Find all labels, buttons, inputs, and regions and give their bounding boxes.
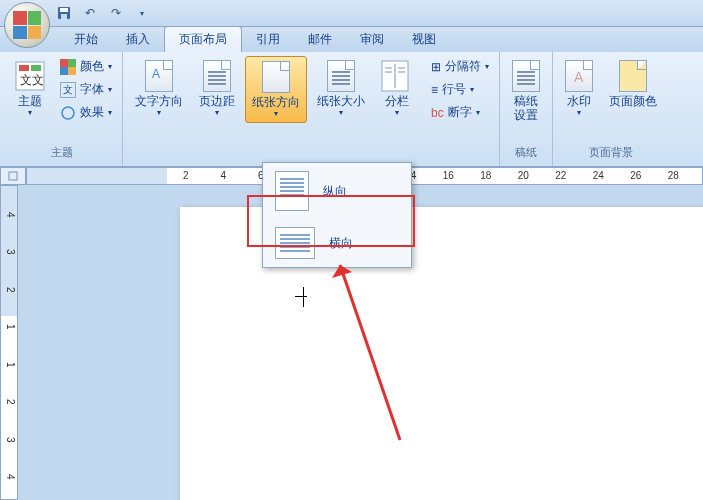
- hyphenation-button[interactable]: bc断字▾: [427, 102, 493, 123]
- ribbon: 文文 主题 ▾ 颜色▾ 文字体▾ 效果▾ 主题 A 文字方向▾ 页边距▾: [0, 52, 703, 167]
- tab-mail[interactable]: 邮件: [294, 27, 346, 52]
- orientation-icon: [262, 61, 290, 93]
- group-themes-label: 主题: [8, 143, 116, 162]
- document-page[interactable]: [180, 207, 703, 500]
- svg-rect-19: [9, 172, 17, 180]
- orientation-landscape-item[interactable]: 横向: [263, 219, 411, 267]
- theme-effects-button[interactable]: 效果▾: [56, 102, 116, 123]
- text-direction-icon: A: [145, 60, 173, 92]
- group-page-setup-label: [129, 146, 493, 162]
- line-numbers-button[interactable]: ≡行号▾: [427, 79, 493, 100]
- group-page-setup: A 文字方向▾ 页边距▾ 纸张方向▾ 纸张大小▾ 分栏▾ ⊞分隔符▾ ≡行号: [123, 52, 500, 166]
- ruler-vertical[interactable]: 43211234567: [0, 185, 18, 500]
- hyphenation-icon: bc: [431, 106, 444, 120]
- paper-icon: [512, 60, 540, 92]
- svg-rect-5: [31, 65, 41, 71]
- ruler-corner[interactable]: [0, 167, 26, 185]
- group-page-background: A 水印▾ 页面颜色 页面背景: [553, 52, 669, 166]
- svg-rect-2: [61, 14, 67, 19]
- breaks-button[interactable]: ⊞分隔符▾: [427, 56, 493, 77]
- breaks-icon: ⊞: [431, 60, 441, 74]
- tab-references[interactable]: 引用: [242, 27, 294, 52]
- size-icon: [327, 60, 355, 92]
- margins-button[interactable]: 页边距▾: [193, 56, 241, 121]
- portrait-icon: [275, 171, 309, 211]
- watermark-button[interactable]: A 水印▾: [559, 56, 599, 121]
- colors-icon: [60, 59, 76, 75]
- title-bar: ↶ ↷ ▾: [0, 0, 703, 27]
- effects-icon: [60, 105, 76, 121]
- size-button[interactable]: 纸张大小▾: [311, 56, 371, 121]
- tab-insert[interactable]: 插入: [112, 27, 164, 52]
- group-paper: 稿纸 设置 稿纸: [500, 52, 553, 166]
- office-button[interactable]: [4, 2, 50, 48]
- landscape-icon: [275, 227, 315, 259]
- watermark-icon: A: [565, 60, 593, 92]
- tab-home[interactable]: 开始: [60, 27, 112, 52]
- margins-icon: [203, 60, 231, 92]
- svg-rect-8: [60, 59, 68, 67]
- tab-view[interactable]: 视图: [398, 27, 450, 52]
- caret-icon: ▾: [28, 108, 32, 117]
- svg-rect-1: [60, 8, 68, 12]
- orientation-portrait-item[interactable]: 纵向: [263, 163, 411, 219]
- svg-text:文: 文: [20, 73, 32, 87]
- ribbon-tabs: 开始 插入 页面布局 引用 邮件 审阅 视图: [0, 27, 703, 52]
- line-numbers-icon: ≡: [431, 83, 438, 97]
- svg-rect-4: [19, 65, 29, 71]
- svg-point-12: [62, 107, 74, 119]
- columns-button[interactable]: 分栏▾: [375, 56, 419, 121]
- tab-review[interactable]: 审阅: [346, 27, 398, 52]
- office-logo-icon: [13, 11, 41, 39]
- themes-label: 主题: [18, 94, 42, 108]
- qat-redo-icon[interactable]: ↷: [107, 4, 125, 22]
- svg-rect-9: [68, 59, 76, 67]
- page-color-icon: [619, 60, 647, 92]
- svg-rect-10: [60, 67, 68, 75]
- theme-colors-button[interactable]: 颜色▾: [56, 56, 116, 77]
- paper-settings-button[interactable]: 稿纸 设置: [506, 56, 546, 127]
- theme-fonts-button[interactable]: 文字体▾: [56, 79, 116, 100]
- qat-customize-icon[interactable]: ▾: [133, 4, 151, 22]
- orientation-button[interactable]: 纸张方向▾: [245, 56, 307, 123]
- group-themes: 文文 主题 ▾ 颜色▾ 文字体▾ 效果▾ 主题: [0, 52, 123, 166]
- tab-page-layout[interactable]: 页面布局: [164, 26, 242, 52]
- text-cursor: [295, 287, 315, 307]
- group-bg-label: 页面背景: [559, 143, 663, 162]
- themes-icon: 文文: [14, 60, 46, 92]
- fonts-icon: 文: [60, 82, 76, 98]
- text-direction-button[interactable]: A 文字方向▾: [129, 56, 189, 121]
- qat-undo-icon[interactable]: ↶: [81, 4, 99, 22]
- themes-button[interactable]: 文文 主题 ▾: [8, 56, 52, 121]
- group-paper-label: 稿纸: [506, 143, 546, 162]
- svg-rect-11: [68, 67, 76, 75]
- orientation-dropdown: 纵向 横向: [262, 162, 412, 268]
- columns-icon: [381, 60, 413, 92]
- qat-save-icon[interactable]: [55, 4, 73, 22]
- svg-text:文: 文: [32, 73, 44, 87]
- page-color-button[interactable]: 页面颜色: [603, 56, 663, 112]
